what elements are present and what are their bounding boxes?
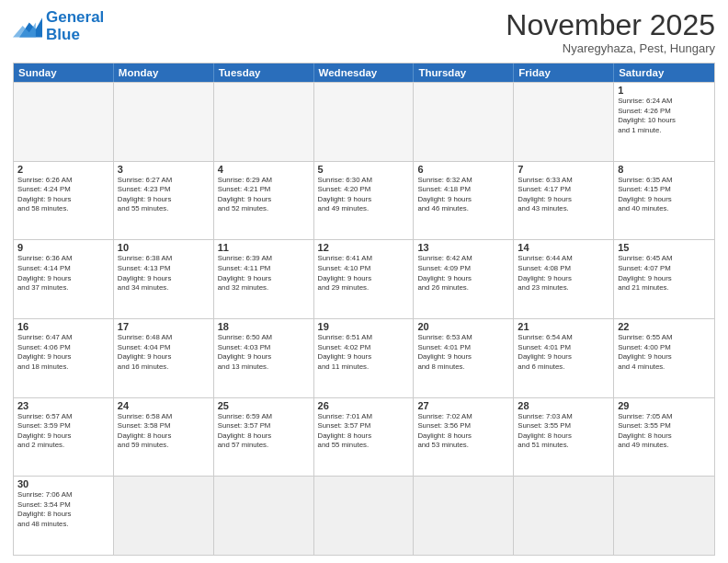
calendar-cell: 21Sunrise: 6:54 AMSunset: 4:01 PMDayligh… xyxy=(514,319,614,397)
calendar-cell xyxy=(114,477,214,555)
day-number: 27 xyxy=(417,400,509,411)
calendar-cell xyxy=(414,477,514,555)
calendar-cell: 20Sunrise: 6:53 AMSunset: 4:01 PMDayligh… xyxy=(414,319,514,397)
calendar-cell xyxy=(314,477,415,555)
day-number: 2 xyxy=(17,164,109,175)
calendar-cell xyxy=(314,83,415,161)
svg-marker-1 xyxy=(13,22,36,37)
calendar-cell: 2Sunrise: 6:26 AMSunset: 4:24 PMDaylight… xyxy=(14,162,114,240)
calendar-row: 9Sunrise: 6:36 AMSunset: 4:14 PMDaylight… xyxy=(14,239,714,318)
day-number: 13 xyxy=(417,242,509,253)
calendar-cell: 23Sunrise: 6:57 AMSunset: 3:59 PMDayligh… xyxy=(14,398,114,477)
day-number: 12 xyxy=(318,242,410,253)
calendar-cell: 6Sunrise: 6:32 AMSunset: 4:18 PMDaylight… xyxy=(414,162,514,240)
day-number: 28 xyxy=(518,400,609,411)
calendar-cell xyxy=(614,477,714,555)
day-number: 19 xyxy=(318,321,410,332)
day-number: 3 xyxy=(118,164,210,175)
calendar-cell xyxy=(514,477,614,555)
day-info: Sunrise: 6:27 AMSunset: 4:23 PMDaylight:… xyxy=(118,176,210,214)
calendar-cell xyxy=(214,477,314,555)
day-info: Sunrise: 6:32 AMSunset: 4:18 PMDaylight:… xyxy=(417,176,509,214)
calendar-cell: 27Sunrise: 7:02 AMSunset: 3:56 PMDayligh… xyxy=(414,398,514,477)
day-number: 17 xyxy=(118,321,210,332)
header-right: November 2025 Nyaregyhaza, Pest, Hungary xyxy=(506,9,715,55)
day-info: Sunrise: 6:48 AMSunset: 4:04 PMDaylight:… xyxy=(118,333,210,372)
day-info: Sunrise: 6:35 AMSunset: 4:15 PMDaylight:… xyxy=(618,176,711,214)
calendar-row: 16Sunrise: 6:47 AMSunset: 4:06 PMDayligh… xyxy=(14,318,714,397)
day-info: Sunrise: 6:39 AMSunset: 4:11 PMDaylight:… xyxy=(218,254,310,293)
day-info: Sunrise: 6:53 AMSunset: 4:01 PMDaylight:… xyxy=(417,333,509,372)
logo-icon xyxy=(13,14,42,40)
day-info: Sunrise: 7:01 AMSunset: 3:57 PMDaylight:… xyxy=(318,412,410,451)
day-number: 25 xyxy=(218,400,310,411)
location: Nyaregyhaza, Pest, Hungary xyxy=(506,41,715,55)
day-of-week-header: Wednesday xyxy=(314,63,415,82)
day-number: 29 xyxy=(618,400,711,411)
day-number: 6 xyxy=(417,164,509,175)
calendar-cell xyxy=(114,83,214,161)
day-info: Sunrise: 6:30 AMSunset: 4:20 PMDaylight:… xyxy=(318,176,410,214)
calendar-cell: 22Sunrise: 6:55 AMSunset: 4:00 PMDayligh… xyxy=(614,319,714,397)
calendar-cell: 18Sunrise: 6:50 AMSunset: 4:03 PMDayligh… xyxy=(214,319,314,397)
calendar-header: SundayMondayTuesdayWednesdayThursdayFrid… xyxy=(14,63,714,82)
logo-text: General Blue xyxy=(46,9,104,43)
day-number: 5 xyxy=(318,164,410,175)
day-of-week-header: Sunday xyxy=(14,63,114,82)
calendar-cell: 5Sunrise: 6:30 AMSunset: 4:20 PMDaylight… xyxy=(314,162,415,240)
calendar-cell: 16Sunrise: 6:47 AMSunset: 4:06 PMDayligh… xyxy=(14,319,114,397)
calendar: SundayMondayTuesdayWednesdayThursdayFrid… xyxy=(13,63,715,556)
day-info: Sunrise: 6:44 AMSunset: 4:08 PMDaylight:… xyxy=(518,254,609,293)
calendar-cell: 9Sunrise: 6:36 AMSunset: 4:14 PMDaylight… xyxy=(14,240,114,318)
calendar-row: 1Sunrise: 6:24 AMSunset: 4:26 PMDaylight… xyxy=(14,82,714,161)
calendar-cell: 24Sunrise: 6:58 AMSunset: 3:58 PMDayligh… xyxy=(114,398,214,477)
calendar-row: 23Sunrise: 6:57 AMSunset: 3:59 PMDayligh… xyxy=(14,397,714,477)
calendar-cell: 3Sunrise: 6:27 AMSunset: 4:23 PMDaylight… xyxy=(114,162,214,240)
day-info: Sunrise: 6:36 AMSunset: 4:14 PMDaylight:… xyxy=(17,254,109,293)
day-info: Sunrise: 6:42 AMSunset: 4:09 PMDaylight:… xyxy=(417,254,509,293)
day-number: 10 xyxy=(118,242,210,253)
day-info: Sunrise: 6:24 AMSunset: 4:26 PMDaylight:… xyxy=(618,97,711,135)
calendar-row: 30Sunrise: 7:06 AMSunset: 3:54 PMDayligh… xyxy=(14,476,714,555)
calendar-cell xyxy=(414,83,514,161)
day-number: 22 xyxy=(618,321,711,332)
day-of-week-header: Monday xyxy=(114,63,214,82)
calendar-cell: 19Sunrise: 6:51 AMSunset: 4:02 PMDayligh… xyxy=(314,319,415,397)
day-of-week-header: Thursday xyxy=(414,63,514,82)
calendar-cell: 17Sunrise: 6:48 AMSunset: 4:04 PMDayligh… xyxy=(114,319,214,397)
day-number: 14 xyxy=(518,242,609,253)
day-number: 20 xyxy=(417,321,509,332)
calendar-cell: 7Sunrise: 6:33 AMSunset: 4:17 PMDaylight… xyxy=(514,162,614,240)
day-number: 16 xyxy=(17,321,109,332)
calendar-row: 2Sunrise: 6:26 AMSunset: 4:24 PMDaylight… xyxy=(14,161,714,240)
day-info: Sunrise: 6:58 AMSunset: 3:58 PMDaylight:… xyxy=(118,412,210,451)
calendar-cell: 1Sunrise: 6:24 AMSunset: 4:26 PMDaylight… xyxy=(614,83,714,161)
calendar-cell: 11Sunrise: 6:39 AMSunset: 4:11 PMDayligh… xyxy=(214,240,314,318)
day-info: Sunrise: 6:33 AMSunset: 4:17 PMDaylight:… xyxy=(518,176,609,214)
day-number: 1 xyxy=(618,85,711,96)
calendar-cell: 15Sunrise: 6:45 AMSunset: 4:07 PMDayligh… xyxy=(614,240,714,318)
day-of-week-header: Friday xyxy=(514,63,614,82)
calendar-cell: 28Sunrise: 7:03 AMSunset: 3:55 PMDayligh… xyxy=(514,398,614,477)
calendar-cell: 12Sunrise: 6:41 AMSunset: 4:10 PMDayligh… xyxy=(314,240,415,318)
day-number: 21 xyxy=(518,321,609,332)
calendar-cell: 8Sunrise: 6:35 AMSunset: 4:15 PMDaylight… xyxy=(614,162,714,240)
day-info: Sunrise: 6:51 AMSunset: 4:02 PMDaylight:… xyxy=(318,333,410,372)
calendar-cell xyxy=(514,83,614,161)
calendar-cell xyxy=(14,83,114,161)
page-header: General Blue November 2025 Nyaregyhaza, … xyxy=(13,9,715,55)
day-info: Sunrise: 6:55 AMSunset: 4:00 PMDaylight:… xyxy=(618,333,711,372)
day-number: 18 xyxy=(218,321,310,332)
day-info: Sunrise: 6:57 AMSunset: 3:59 PMDaylight:… xyxy=(17,412,109,451)
day-number: 23 xyxy=(17,400,109,411)
day-number: 26 xyxy=(318,400,410,411)
day-info: Sunrise: 7:02 AMSunset: 3:56 PMDaylight:… xyxy=(417,412,509,451)
day-info: Sunrise: 7:03 AMSunset: 3:55 PMDaylight:… xyxy=(518,412,609,451)
calendar-body: 1Sunrise: 6:24 AMSunset: 4:26 PMDaylight… xyxy=(14,82,714,555)
day-number: 8 xyxy=(618,164,711,175)
day-info: Sunrise: 7:05 AMSunset: 3:55 PMDaylight:… xyxy=(618,412,711,451)
day-info: Sunrise: 6:38 AMSunset: 4:13 PMDaylight:… xyxy=(118,254,210,293)
day-info: Sunrise: 6:50 AMSunset: 4:03 PMDaylight:… xyxy=(218,333,310,372)
calendar-cell xyxy=(214,83,314,161)
day-info: Sunrise: 6:59 AMSunset: 3:57 PMDaylight:… xyxy=(218,412,310,451)
